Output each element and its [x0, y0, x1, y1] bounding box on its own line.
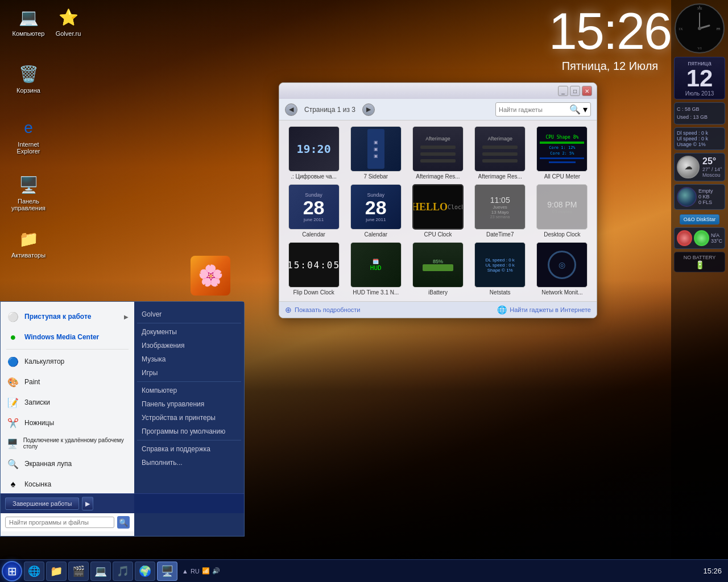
start-menu-search: 🔍 [1, 513, 134, 531]
taskbar-ie-button[interactable]: 🌐 [24, 562, 44, 581]
menu-right-devices[interactable]: Устройства и принтеры [137, 411, 241, 425]
menu-item-rdp[interactable]: 🖥️ Подключение к удалённому рабочему сто… [1, 433, 134, 454]
gadget-item-network-mon[interactable]: ◎ Network Monit... [533, 242, 591, 296]
calendar2-name: Calendar [364, 231, 387, 238]
activators-label: Активаторы [11, 252, 46, 259]
menu-right-computer[interactable]: Компьютер [137, 384, 241, 397]
gadget-item-afterimage1[interactable]: Afterimage Afterimage Res... [409, 126, 466, 180]
find-label: Найти гаджеты в Интернете [510, 306, 591, 313]
gadget-titlebar: _ □ ✕ [279, 83, 597, 99]
find-gadgets-button[interactable]: 🌐 Найти гаджеты в Интернете [497, 305, 591, 314]
sidebar-battery-widget: NO BATTERY 🔋 [674, 252, 725, 272]
gadget-item-calendar2[interactable]: Sunday 28 june 2011 Calendar [347, 184, 404, 238]
gadget-nav: ◀ Страница 1 из 3 ▶ 🔍 ▾ [279, 99, 597, 120]
next-page-button[interactable]: ▶ [362, 103, 375, 116]
activators-icon: 📁 [17, 227, 40, 250]
taskbar: ⊞ 🌐 📁 🎬 💻 🎵 🌍 🖥️ ▲ RU 📶 🔊 15:26 [0, 559, 728, 582]
gadget-item-ibattery[interactable]: 85% iBattery [409, 242, 466, 296]
gadget-search-box[interactable]: 🔍 ▾ [495, 102, 591, 117]
start-search-input[interactable] [5, 517, 114, 528]
menu-item-magnifier[interactable]: 🔍 Экранная лупа [1, 454, 134, 474]
desktop-icon-ie[interactable]: e Internet Explorer [6, 117, 51, 155]
notepad-label: Записки [24, 398, 50, 406]
menu-right-docs[interactable]: Документы [137, 325, 241, 339]
taskbar-media-button[interactable]: 🎵 [113, 562, 133, 581]
tray-lang: RU [191, 568, 200, 575]
taskbar-browser2-button[interactable]: 🌍 [135, 562, 155, 581]
menu-item-calculator[interactable]: 🔵 Калькулятор [1, 351, 134, 372]
minimize-button[interactable]: _ [558, 86, 568, 96]
menu-right-help[interactable]: Справка и поддержка [137, 442, 241, 456]
oo-bubble-red [677, 230, 692, 246]
sidebar-calendar-widget: пятница 12 Июль 2013 [674, 57, 725, 99]
tray-volume-icon[interactable]: 🔊 [212, 567, 220, 575]
gadget-item-cpuclock[interactable]: HELLO Clock CPU Clock [409, 184, 466, 238]
sidebar-disk-widget: C : 58 GB Used : 13 GB [674, 102, 725, 124]
menu-right-golver[interactable]: Golver [137, 307, 241, 321]
menu-item-paint[interactable]: 🎨 Paint [1, 372, 134, 392]
datetime7-preview: 11:05 Jueves 13 Mayo 23 semana [474, 184, 526, 230]
menu-item-scissors[interactable]: ✂️ Ножницы [1, 413, 134, 433]
weather-info: 25° 27° / 14° Moscou [702, 156, 722, 178]
arrow-icon: ▶ [124, 314, 129, 320]
prev-page-button[interactable]: ◀ [285, 103, 297, 116]
usage-text: Usage © 1% [677, 142, 722, 147]
gadget-item-flip-clock[interactable]: 15:04:05 Flip Down Clock [285, 242, 342, 296]
gadget-search-input[interactable] [499, 106, 567, 113]
menu-right-images[interactable]: Изображения [137, 339, 241, 352]
desktop-icon-golver[interactable]: ⭐ Golver.ru [46, 6, 91, 37]
close-button[interactable]: ✕ [582, 86, 592, 96]
gadget-item-calendar1[interactable]: Sunday 28 june 2011 Calendar [285, 184, 342, 238]
menu-right-games[interactable]: Игры [137, 366, 241, 380]
shutdown-button[interactable]: Завершение работы [5, 497, 79, 510]
details-label: Показать подробности [295, 306, 360, 313]
temp-circle: ☁ [677, 156, 700, 178]
flower-gadget[interactable]: 🌸 [191, 256, 230, 296]
sidebar-month-year: Июль 2013 [677, 90, 722, 97]
taskbar-active-button[interactable]: 🖥️ [157, 562, 177, 581]
menu-item-media-center[interactable]: ● Windows Media Center [1, 327, 134, 347]
notepad-icon: 📝 [6, 396, 20, 409]
diskstar-button[interactable]: O&O DiskStar [680, 214, 720, 225]
gadget-item-datetime7[interactable]: 11:05 Jueves 13 Mayo 23 semana DateTime7 [471, 184, 529, 238]
gadget-item-cpu[interactable]: CPU Shape 8% Core 1: 12% Core 2: 5% All … [533, 126, 591, 180]
menu-item-solitaire[interactable]: ♠️ Косынка [1, 474, 134, 494]
oo-bubble-green [694, 230, 709, 246]
afterimage2-name: Afterimage Res... [478, 173, 522, 180]
menu-item-notepad[interactable]: 📝 Записки [1, 392, 134, 413]
menu-right-controlpanel[interactable]: Панель управления [137, 397, 241, 411]
battery-label: NO BATTERY [677, 255, 722, 260]
taskbar-wmc-button[interactable]: 🎬 [68, 562, 89, 581]
menu-item-getting-started[interactable]: ⚪ Приступая к работе ▶ [1, 306, 134, 327]
menu-right-music[interactable]: Музыка [137, 352, 241, 366]
start-search-button[interactable]: 🔍 [117, 516, 130, 529]
desktop-icon-recycle[interactable]: 🗑️ Корзина [6, 63, 51, 94]
gadget-item-hud[interactable]: 🗓️ HUD HUD Time 3.1 N... [347, 242, 404, 296]
desktop-clock-name: Desktop Clock [544, 231, 580, 238]
calendar2-preview: Sunday 28 june 2011 [350, 184, 402, 230]
tray-expand-icon[interactable]: ▲ [182, 568, 188, 575]
gadget-item-netstats[interactable]: DL speed : 0 k UL speed : 0 k Shape © 1%… [471, 242, 529, 296]
shutdown-arrow-button[interactable]: ▶ [82, 497, 93, 510]
gadget-item-afterimage2[interactable]: Afterimage Afterimage Res... [471, 126, 529, 180]
sidebar-network-widget: Dl speed : 0 k Ul speed : 0 k Usage © 1% [674, 127, 725, 150]
gadget-item-desktop-clock[interactable]: 9:08 PM 03 martes Desktop Clock [533, 184, 591, 238]
maximize-button[interactable]: □ [570, 86, 580, 96]
taskbar-folder-button[interactable]: 📁 [46, 562, 67, 581]
network-mon-preview: ◎ [536, 242, 588, 288]
desktop-icon-activators[interactable]: 📁 Активаторы [6, 227, 51, 259]
gadget-item-7sidebar[interactable]: ▣ ▣ ▣ 7 Sidebar [347, 126, 404, 180]
taskbar-explorer-button[interactable]: 💻 [90, 562, 111, 581]
start-button[interactable]: ⊞ [2, 561, 22, 581]
sidebar-weather-widget: ☁ 25° 27° / 14° Moscou [674, 153, 725, 181]
gadget-item-digital-clock[interactable]: 19:20 .: Цифровые ча... [285, 126, 342, 180]
menu-right-defaults[interactable]: Программы по умолчанию [137, 425, 241, 438]
menu-right-run[interactable]: Выполнить... [137, 456, 241, 469]
desktop-icon-computer[interactable]: 💻 Компьютер [6, 6, 51, 37]
gadget-window: _ □ ✕ ◀ Страница 1 из 3 ▶ 🔍 ▾ 19:20 .: Ц… [279, 82, 597, 318]
desktop-icon-controlpanel[interactable]: 🖥️ Панель управления [6, 173, 51, 211]
show-details-button[interactable]: ⊕ Показать подробности [285, 305, 360, 314]
cpu-preview: CPU Shape 8% Core 1: 12% Core 2: 5% [536, 126, 588, 172]
dropdown-icon[interactable]: ▾ [583, 104, 588, 115]
cpuclock-name: CPU Clock [424, 231, 452, 238]
